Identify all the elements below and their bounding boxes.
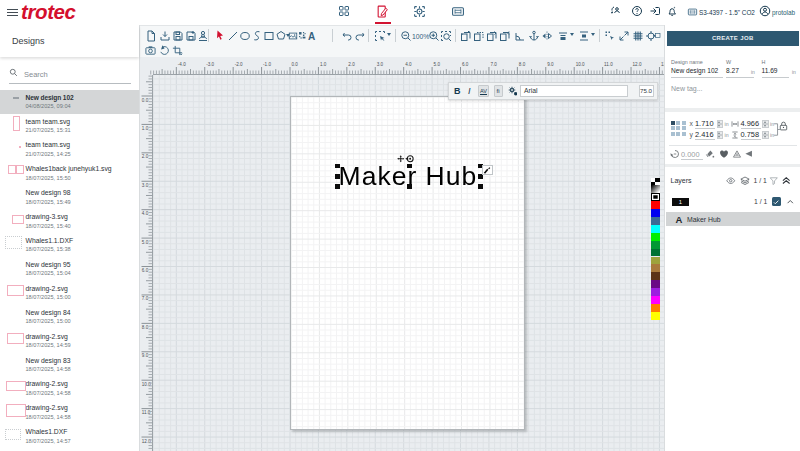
svg-text:8.0: 8.0 xyxy=(142,325,149,330)
svg-text:1.0: 1.0 xyxy=(320,62,327,67)
svg-text:4.0: 4.0 xyxy=(142,211,149,216)
svg-text:4.0: 4.0 xyxy=(405,62,412,67)
svg-text:-4.0: -4.0 xyxy=(178,62,186,67)
svg-text:6.0: 6.0 xyxy=(462,62,469,67)
svg-text:7.0: 7.0 xyxy=(490,62,497,67)
svg-text:10.0: 10.0 xyxy=(576,62,585,67)
svg-text:0.0: 0.0 xyxy=(292,62,299,67)
svg-text:11.0: 11.0 xyxy=(604,62,613,67)
svg-text:-1.0: -1.0 xyxy=(263,62,271,67)
svg-text:0.0: 0.0 xyxy=(142,98,149,103)
svg-text:5.0: 5.0 xyxy=(434,62,441,67)
svg-text:-2.0: -2.0 xyxy=(235,62,243,67)
svg-text:2.0: 2.0 xyxy=(142,154,149,159)
svg-text:3.0: 3.0 xyxy=(377,62,384,67)
svg-text:9.0: 9.0 xyxy=(142,353,149,358)
svg-text:12.0: 12.0 xyxy=(633,62,642,67)
svg-text:8.0: 8.0 xyxy=(519,62,526,67)
svg-text:7.0: 7.0 xyxy=(142,296,149,301)
svg-text:6.0: 6.0 xyxy=(142,268,149,273)
svg-text:2.0: 2.0 xyxy=(348,62,355,67)
svg-text:9.0: 9.0 xyxy=(547,62,554,67)
svg-text:-3.0: -3.0 xyxy=(206,62,214,67)
svg-text:3.0: 3.0 xyxy=(142,183,149,188)
svg-text:1.0: 1.0 xyxy=(142,126,149,131)
svg-text:5.0: 5.0 xyxy=(142,240,149,245)
